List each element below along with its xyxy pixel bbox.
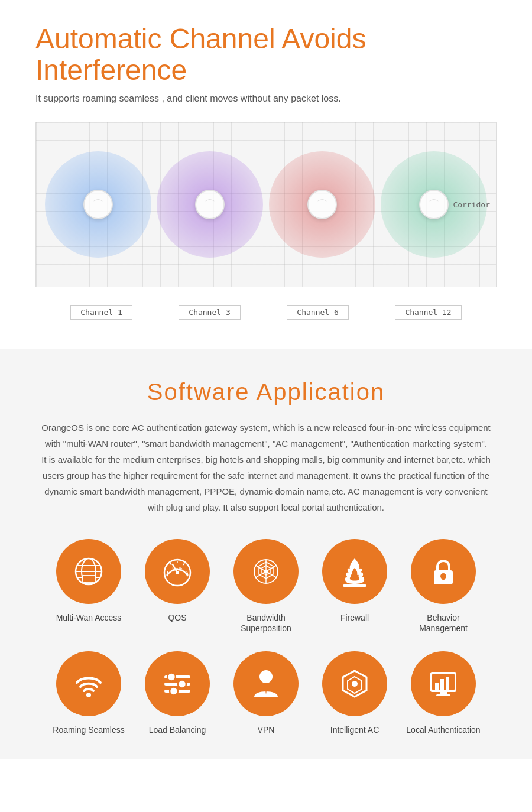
multi-wan-label: Multi-Wan Access bbox=[56, 612, 122, 623]
svg-point-41 bbox=[352, 681, 358, 687]
svg-point-38 bbox=[259, 670, 273, 683]
qos-label: QOS bbox=[168, 612, 186, 623]
channel-label-3: Channel 6 bbox=[287, 305, 348, 320]
svg-line-16 bbox=[183, 563, 184, 565]
svg-point-31 bbox=[86, 693, 91, 697]
feature-bandwidth: Bandwidth Superposition bbox=[225, 539, 307, 634]
chart-icon bbox=[426, 666, 461, 701]
load-label: Load Balancing bbox=[149, 725, 206, 735]
svg-rect-44 bbox=[435, 683, 439, 690]
local-auth-icon-circle bbox=[411, 651, 476, 716]
feature-load: Load Balancing bbox=[136, 651, 219, 735]
ap-device-3: ⌒ bbox=[307, 190, 337, 219]
roaming-icon-circle bbox=[56, 651, 121, 716]
behavior-label: Behavior Management bbox=[402, 612, 485, 634]
behavior-icon-circle bbox=[411, 539, 476, 604]
channel-circle-2: ⌒ bbox=[157, 151, 263, 258]
channel-circle-1: ⌒ bbox=[45, 151, 151, 258]
channel-item-2: ⌒ bbox=[157, 151, 263, 258]
channel-circle-3: ⌒ bbox=[269, 151, 375, 258]
multi-wan-icon-circle bbox=[56, 539, 121, 604]
svg-rect-47 bbox=[440, 692, 447, 694]
wifi-icon bbox=[71, 666, 106, 701]
feature-behavior: Behavior Management bbox=[402, 539, 485, 634]
ac-icon-circle bbox=[322, 651, 387, 716]
channel-label-1: Channel 1 bbox=[70, 305, 132, 320]
feature-ac: Intelligent AC bbox=[313, 651, 396, 735]
svg-text:km/h: km/h bbox=[172, 566, 182, 571]
vpn-label: VPN bbox=[258, 725, 275, 735]
svg-rect-48 bbox=[436, 694, 450, 696]
bandwidth-label: Bandwidth Superposition bbox=[225, 612, 307, 634]
speedometer-icon: km/h bbox=[160, 554, 195, 589]
svg-rect-46 bbox=[446, 677, 449, 690]
vpn-icon-circle bbox=[233, 651, 299, 716]
channel-label-4: Channel 12 bbox=[395, 305, 461, 320]
feature-roaming: Roaming Seamless bbox=[47, 651, 130, 735]
svg-rect-30 bbox=[442, 576, 445, 580]
feature-multi-wan: Multi-Wan Access bbox=[47, 539, 130, 634]
svg-line-15 bbox=[170, 563, 171, 565]
subtitle: It supports roaming seamless , and clien… bbox=[35, 93, 497, 104]
feature-firewall: Firewall bbox=[313, 539, 396, 634]
svg-point-33 bbox=[167, 673, 176, 681]
features-grid: Multi-Wan Access km/h QOS bbox=[35, 539, 497, 736]
qos-icon-circle: km/h bbox=[145, 539, 210, 604]
svg-point-37 bbox=[170, 687, 178, 695]
channel-labels: Channel 1 Channel 3 Channel 6 Channel 12 bbox=[35, 299, 497, 326]
feature-local-auth: Local Authentication bbox=[402, 651, 485, 735]
globe-icon bbox=[71, 554, 106, 589]
circles-container: ⌒ ⌒ ⌒ bbox=[36, 122, 496, 287]
lock-icon bbox=[426, 554, 461, 589]
channel-diagram: ⌒ ⌒ ⌒ bbox=[35, 122, 497, 287]
svg-point-26 bbox=[264, 570, 268, 573]
corridor-label: Corridor bbox=[453, 200, 490, 209]
firewall-label: Firewall bbox=[340, 612, 369, 623]
person-icon bbox=[248, 666, 284, 701]
channel-item-1: ⌒ bbox=[45, 151, 151, 258]
fire-icon bbox=[337, 554, 372, 589]
software-title: Software Application bbox=[35, 379, 497, 405]
svg-rect-27 bbox=[343, 584, 366, 587]
software-section: Software Application OrangeOS is one cor… bbox=[0, 349, 532, 759]
ap-device-1: ⌒ bbox=[83, 190, 113, 219]
feature-qos: km/h QOS bbox=[136, 539, 219, 634]
channel-item-3: ⌒ bbox=[269, 151, 375, 258]
svg-rect-6 bbox=[85, 583, 92, 585]
ap-device-2: ⌒ bbox=[195, 190, 225, 219]
svg-rect-45 bbox=[440, 679, 444, 690]
top-section: Automatic Channel Avoids Interference It… bbox=[0, 0, 532, 349]
firewall-icon-circle bbox=[322, 539, 387, 604]
ac-label: Intelligent AC bbox=[330, 725, 379, 735]
bandwidth-icon-circle bbox=[233, 539, 299, 604]
feature-vpn: VPN bbox=[225, 651, 307, 735]
page-title: Automatic Channel Avoids Interference bbox=[35, 24, 497, 86]
sliders-icon bbox=[160, 666, 195, 701]
hexagon-icon bbox=[337, 666, 372, 701]
software-description: OrangeOS is one core AC authentication g… bbox=[41, 420, 491, 515]
channel-label-2: Channel 3 bbox=[179, 305, 240, 320]
ap-device-4: ⌒ bbox=[419, 190, 449, 219]
load-icon-circle bbox=[145, 651, 210, 716]
svg-point-35 bbox=[178, 680, 186, 688]
spider-icon bbox=[248, 554, 284, 589]
svg-rect-7 bbox=[83, 576, 95, 582]
roaming-label: Roaming Seamless bbox=[53, 725, 124, 735]
local-auth-label: Local Authentication bbox=[406, 725, 480, 735]
